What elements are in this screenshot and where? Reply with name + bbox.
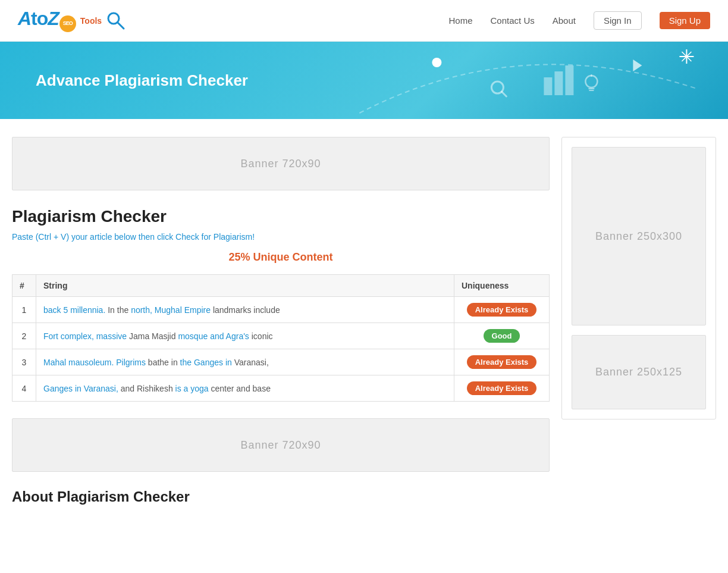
good-badge: Good xyxy=(484,329,520,343)
hero-title: Advance Plagiarism Checker xyxy=(36,71,248,90)
magnifier-icon xyxy=(105,10,127,32)
sidebar-banner-250x125: Banner 250x125 xyxy=(572,335,706,409)
already-exists-badge: Already Exists xyxy=(467,355,537,369)
nav-home[interactable]: Home xyxy=(449,15,473,26)
unique-content-badge: 25% Unique Content xyxy=(12,251,550,264)
logo-text: AtoZSEO xyxy=(18,9,77,32)
svg-rect-9 xyxy=(554,71,563,95)
svg-point-2 xyxy=(432,58,441,67)
row-string: Fort complex, massive Jama Masjid mosque… xyxy=(36,323,454,349)
page-title: Plagiarism Checker xyxy=(12,207,550,226)
row-num: 1 xyxy=(12,297,36,323)
svg-rect-10 xyxy=(565,65,573,95)
logo[interactable]: AtoZSEO Tools xyxy=(18,9,127,32)
svg-line-1 xyxy=(118,23,124,29)
hero-banner: Advance Plagiarism Checker .deco { strok… xyxy=(0,42,728,119)
sidebar-banner-250x300: Banner 250x300 xyxy=(572,147,706,325)
nav-signin[interactable]: Sign In xyxy=(594,11,642,30)
navbar: AtoZSEO Tools Home Contact Us About Sign… xyxy=(0,0,728,42)
nav-contact[interactable]: Contact Us xyxy=(491,15,535,26)
nav-signup[interactable]: Sign Up xyxy=(660,12,710,29)
banner-top-720x90: Banner 720x90 xyxy=(12,137,550,190)
col-hash: # xyxy=(12,275,36,297)
svg-rect-8 xyxy=(544,77,552,95)
already-exists-badge: Already Exists xyxy=(467,381,537,395)
table-row: 4Ganges in Varanasi, and Rishikesh is a … xyxy=(12,375,550,402)
page-subtitle: Paste (Ctrl + V) your article below then… xyxy=(12,232,550,242)
row-num: 3 xyxy=(12,349,36,375)
about-title: About Plagiarism Checker xyxy=(12,489,550,505)
hero-decorations: .deco { stroke: rgba(255,255,255,0.35); … xyxy=(291,42,728,119)
row-uniqueness: Good xyxy=(454,323,550,349)
svg-marker-3 xyxy=(633,60,642,71)
already-exists-badge: Already Exists xyxy=(467,303,537,317)
row-string: Ganges in Varanasi, and Rishikesh is a y… xyxy=(36,375,454,402)
main-container: Banner 720x90 Plagiarism Checker Paste (… xyxy=(0,119,728,523)
table-row: 3Mahal mausoleum. Pilgrims bathe in the … xyxy=(12,349,550,375)
col-string: String xyxy=(36,275,454,297)
results-table: # String Uniqueness 1back 5 millennia. I… xyxy=(12,274,550,402)
row-num: 4 xyxy=(12,375,36,402)
row-string: back 5 millennia. In the north, Mughal E… xyxy=(36,297,454,323)
row-uniqueness: Already Exists xyxy=(454,297,550,323)
sidebar-column: Banner 250x300 Banner 250x125 xyxy=(561,137,716,505)
banner-bottom-720x90: Banner 720x90 xyxy=(12,418,550,472)
nav-links: Home Contact Us About Sign In Sign Up xyxy=(449,11,711,30)
content-column: Banner 720x90 Plagiarism Checker Paste (… xyxy=(12,137,550,505)
nav-about[interactable]: About xyxy=(553,15,576,26)
table-row: 1back 5 millennia. In the north, Mughal … xyxy=(12,297,550,323)
table-row: 2Fort complex, massive Jama Masjid mosqu… xyxy=(12,323,550,349)
row-num: 2 xyxy=(12,323,36,349)
sidebar-card: Banner 250x300 Banner 250x125 xyxy=(561,137,716,419)
col-uniqueness: Uniqueness xyxy=(454,275,550,297)
svg-line-12 xyxy=(501,92,506,96)
row-uniqueness: Already Exists xyxy=(454,375,550,402)
row-string: Mahal mausoleum. Pilgrims bathe in the G… xyxy=(36,349,454,375)
seo-icon: SEO xyxy=(59,15,76,32)
row-uniqueness: Already Exists xyxy=(454,349,550,375)
tools-label: Tools xyxy=(80,16,102,26)
svg-point-13 xyxy=(585,76,597,87)
